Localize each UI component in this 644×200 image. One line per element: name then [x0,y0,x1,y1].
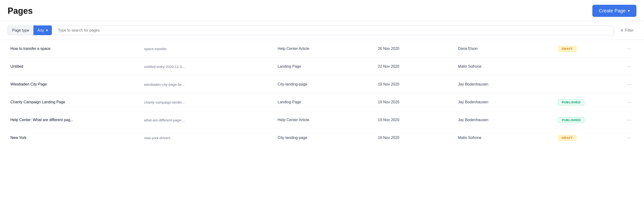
search-input[interactable] [54,26,614,35]
chevron-down-icon: ▾ [628,9,630,13]
row-slug: charity-campaign-landin... [141,100,275,104]
page-title: Pages [8,6,33,16]
row-author: Daria Elson [455,47,556,51]
create-page-label: Create Page [599,8,626,14]
row-author: Malin Sofrone [455,136,556,140]
row-slug: space-transfer [141,47,275,51]
table-row: Charity Campaign Landing Pagecharity-cam… [8,93,636,111]
status-badge: DRAFT [558,46,576,52]
row-slug: what-are-different-page-... [141,118,275,122]
more-options-button[interactable]: ··· [624,116,634,124]
row-title: Untitled [8,64,141,69]
row-author: Jay Bodenhausen [455,118,556,122]
more-options-button[interactable]: ··· [624,45,634,53]
more-options-button[interactable]: ··· [624,62,634,70]
row-actions: ··· [622,116,636,124]
row-author: Jay Bodenhausen [455,82,556,86]
more-options-button[interactable]: ··· [624,134,634,142]
row-status: DRAFT [556,135,622,141]
status-badge: PUBLISHED [558,99,584,105]
row-type: Landing Page [275,64,375,69]
any-dropdown[interactable]: Any ▾ [34,25,52,35]
row-actions: ··· [622,134,636,142]
create-page-button[interactable]: Create Page ▾ [592,5,636,17]
row-slug: untitled-entry-2020-11-2... [141,65,275,69]
any-chevron-icon: ▾ [46,28,48,33]
table-row: How to transfer a spacespace-transferHel… [8,40,636,58]
row-slug: wiesbaden-city-page-be... [141,82,275,86]
row-slug: new-york-drivers [141,136,275,140]
row-status: DRAFT [556,46,622,52]
filter-label: Filter [625,28,634,33]
row-status: PUBLISHED [556,99,622,105]
row-title: Wiesbaden City Page [8,82,141,86]
row-actions: ···ArchiveDelete [622,45,636,53]
row-date: 19 Nov 2020 [375,100,455,104]
status-badge: PUBLISHED [558,117,584,123]
row-date: 26 Nov 2020 [375,47,455,51]
row-date: 22 Nov 2020 [375,64,455,69]
row-type: Help Center Article [275,47,375,51]
table-area: How to transfer a spacespace-transferHel… [0,40,644,147]
more-options-button[interactable]: ··· [624,80,634,88]
row-title: How to transfer a space [8,47,141,51]
row-date: 19 Nov 2020 [375,118,455,122]
row-title: Charity Campaign Landing Page [8,100,141,104]
row-status: PUBLISHED [556,117,622,123]
row-author: Malin Sofrone [455,64,556,69]
filter-icon: ≡ [620,28,624,33]
filter-bar: Page type Any ▾ ≡ Filter [0,21,644,40]
header: Pages Create Page ▾ [0,0,644,21]
row-actions: ··· [622,98,636,106]
row-actions: ··· [622,80,636,88]
row-type: City-landing-page [275,82,375,86]
row-author: Jay Bodenhausen [455,100,556,104]
table-row: Help Center: What are different pag...wh… [8,111,636,129]
status-badge: DRAFT [558,135,576,141]
page-container: Pages Create Page ▾ Page type Any ▾ ≡ Fi… [0,0,644,200]
row-type: Landing Page [275,100,375,104]
table-row: Untitleduntitled-entry-2020-11-2...Landi… [8,58,636,75]
row-date: 16 Nov 2020 [375,136,455,140]
page-type-label: Page type [8,26,34,35]
table-row: Wiesbaden City Pagewiesbaden-city-page-b… [8,75,636,93]
row-date: 19 Nov 2020 [375,82,455,86]
any-label: Any [38,28,44,33]
row-actions: ··· [622,62,636,70]
row-title: New York [8,136,141,140]
row-type: City-landing-page [275,136,375,140]
table-row: New Yorknew-york-driversCity-landing-pag… [8,129,636,147]
filter-button[interactable]: ≡ Filter [618,25,636,35]
row-type: Help Center Article [275,118,375,122]
row-title: Help Center: What are different pag... [8,118,141,122]
more-options-button[interactable]: ··· [624,98,634,106]
